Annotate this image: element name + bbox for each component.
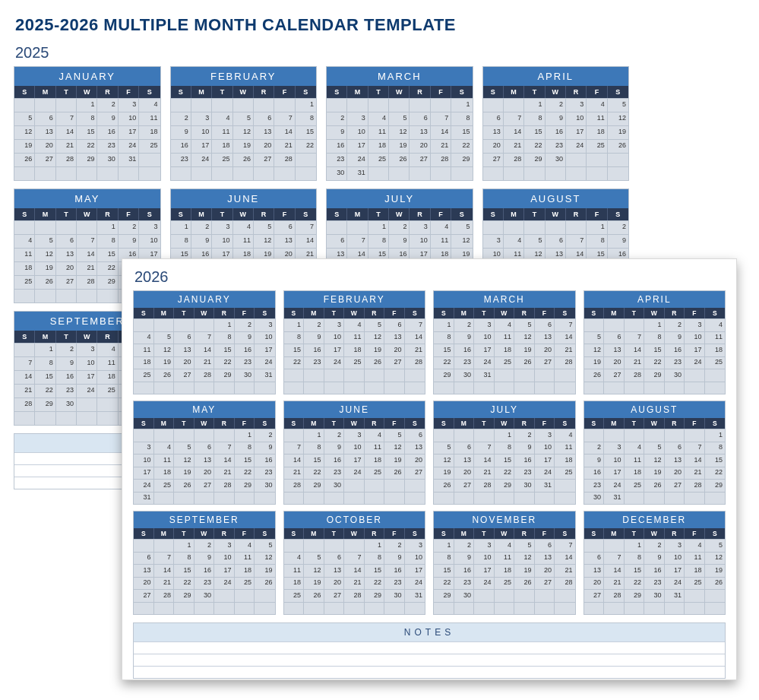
day-cell: 7 (56, 112, 77, 125)
day-cell (97, 166, 118, 180)
weeks: 1234567891011121314151617181920212223242… (434, 429, 575, 504)
day-cell (97, 398, 118, 411)
week-row (434, 492, 575, 505)
day-cell: 16 (304, 344, 324, 356)
day-cell (535, 382, 555, 394)
day-cell: 29 (705, 479, 726, 492)
day-cell: 27 (584, 589, 605, 602)
day-cell: 11 (139, 112, 160, 125)
day-cell: 25 (685, 577, 705, 590)
week-row (483, 166, 629, 180)
day-cell: 11 (705, 331, 726, 344)
day-cell: 3 (604, 442, 625, 455)
day-cell: 14 (625, 344, 645, 356)
notes-line[interactable] (134, 654, 725, 666)
month-name: JULY (434, 401, 575, 418)
day-cell: 10 (255, 331, 275, 344)
day-cell (483, 166, 504, 180)
day-cell (384, 369, 405, 382)
day-cell (56, 166, 77, 180)
day-cell: 4 (139, 98, 160, 112)
day-cell (584, 382, 605, 394)
day-cell: 11 (368, 125, 389, 139)
day-cell: 15 (644, 344, 665, 356)
day-cell (191, 98, 212, 112)
week-row: 1234 (434, 429, 575, 442)
dow-cell: T (324, 418, 345, 429)
day-cell: 6 (405, 429, 425, 442)
day-cell: 28 (405, 356, 425, 369)
year-label-2025: 2025 (15, 44, 629, 62)
day-cell: 26 (174, 479, 194, 492)
day-cell: 18 (365, 454, 385, 467)
notes-line[interactable] (134, 641, 725, 654)
dow-cell: R (566, 208, 587, 220)
week-row: 45678910 (14, 234, 160, 248)
day-cell: 30 (665, 369, 685, 382)
day-cell: 7 (284, 442, 305, 455)
day-cell: 27 (535, 356, 555, 369)
day-cell: 7 (555, 539, 575, 552)
week-row: 19202122232425 (14, 139, 160, 153)
week-row: 12345 (584, 539, 726, 552)
day-cell: 4 (97, 343, 118, 356)
day-cell: 5 (35, 234, 55, 248)
day-cell (566, 166, 587, 180)
dow-cell: S (134, 418, 154, 429)
notes-line[interactable] (134, 666, 725, 678)
week-row: 262728293031 (14, 153, 160, 166)
day-cell: 4 (504, 234, 524, 248)
day-cell (389, 98, 410, 112)
dow-cell: M (454, 308, 475, 318)
day-cell: 20 (535, 344, 555, 356)
day-cell: 18 (625, 467, 645, 480)
page-title: 2025-2026 MULTIPLE MONTH CALENDAR TEMPLA… (15, 15, 744, 35)
day-cell: 16 (454, 344, 475, 356)
day-cell (191, 166, 212, 180)
dow-cell: S (608, 86, 628, 98)
week-row: 20212223242526 (134, 577, 275, 590)
dow-cell: W (233, 86, 254, 98)
day-cell (35, 220, 55, 234)
day-cell (524, 220, 545, 234)
day-cell: 2 (644, 539, 665, 552)
day-cell: 5 (365, 318, 385, 331)
day-cell: 8 (644, 331, 665, 344)
week-row: 9101112131415 (327, 125, 473, 139)
day-cell: 23 (454, 577, 475, 590)
week-row: 891011121314 (171, 234, 317, 248)
month-block: AUGUSTSMTWRFS 12345678910111213141516171… (583, 401, 726, 505)
week-row: 123 (14, 220, 160, 234)
day-cell: 1 (495, 429, 515, 442)
day-cell: 6 (384, 318, 405, 331)
day-cell: 4 (431, 220, 451, 234)
day-cell: 20 (56, 261, 77, 275)
month-block: APRILSMTWRFS 123456789101112131415161718… (583, 290, 726, 394)
day-cell: 30 (454, 589, 475, 602)
day-cell: 28 (625, 369, 645, 382)
day-cell: 25 (284, 589, 305, 602)
week-row: 27282930 (134, 589, 275, 602)
day-cell: 9 (97, 112, 118, 125)
day-cell: 9 (644, 552, 665, 565)
day-cell: 30 (644, 589, 665, 602)
month-block: SEPTEMBERSMTWRFS 12345678910111213141516… (133, 511, 276, 615)
day-cell: 3 (77, 343, 97, 356)
week-row: 12131415161718 (14, 125, 160, 139)
dow-cell: W (194, 418, 215, 429)
week-row (284, 382, 425, 394)
day-cell: 17 (77, 370, 97, 384)
dow-cell: S (555, 418, 575, 429)
day-cell: 24 (685, 356, 705, 369)
day-cell: 21 (284, 467, 305, 480)
dow-cell: F (535, 418, 555, 429)
day-cell: 28 (431, 153, 451, 166)
day-cell (324, 539, 345, 552)
day-cell (405, 479, 425, 492)
dow-cell: T (174, 528, 194, 539)
day-cell: 11 (212, 125, 232, 139)
day-cell: 12 (434, 454, 454, 467)
day-cell (644, 429, 665, 442)
week-row: 123456 (284, 429, 425, 442)
week-row: 23242526272829 (327, 153, 473, 166)
